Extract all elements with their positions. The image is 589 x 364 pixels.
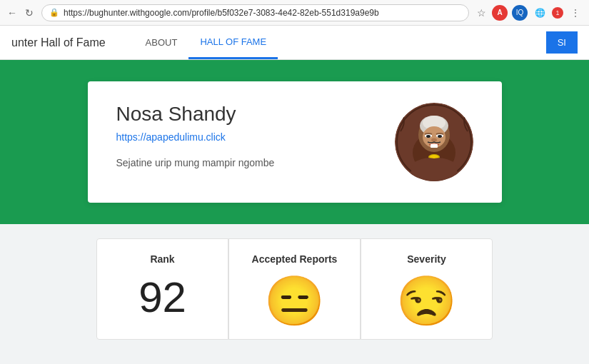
address-bar[interactable]: 🔒 https://bughunter.withgoogle.com/profi…	[41, 4, 469, 21]
sign-in-button[interactable]: SI	[546, 31, 578, 54]
notification-badge[interactable]: 1	[552, 7, 563, 19]
url-text: https://bughunter.withgoogle.com/profile…	[64, 8, 461, 18]
site-header: unter Hall of Fame ABOUT HALL OF FAME SI	[0, 26, 589, 60]
profile-avatar	[395, 103, 473, 181]
site-logo: unter Hall of Fame	[11, 36, 106, 49]
menu-icon[interactable]: ⋮	[568, 5, 583, 21]
profile-url[interactable]: https://apapedulimu.click	[116, 131, 373, 143]
browser-chrome: ← ↻ 🔒 https://bughunter.withgoogle.com/p…	[0, 0, 589, 26]
nav-hall-of-fame[interactable]: HALL OF FAME	[188, 26, 278, 59]
stat-severity-label: Severity	[407, 253, 445, 265]
ext-red-icon[interactable]: A	[492, 5, 508, 21]
profile-bio: Sejatine urip mung mampir ngombe	[116, 157, 373, 168]
stat-card-accepted: Accepted Reports 😑	[228, 238, 361, 340]
svg-point-11	[431, 138, 437, 142]
avatar-image	[395, 103, 473, 181]
svg-point-9	[426, 135, 431, 138]
profile-icon[interactable]: 🌐	[532, 5, 548, 21]
browser-actions: ☆ A IQ 🌐 1 ⋮	[475, 5, 583, 21]
stat-card-rank: Rank 92	[96, 238, 228, 340]
stat-rank-label: Rank	[150, 253, 174, 265]
stat-accepted-emoji: 😑	[264, 276, 325, 325]
back-icon[interactable]: ←	[6, 6, 19, 19]
browser-nav-icons: ← ↻	[6, 6, 36, 19]
profile-name: Nosa Shandy	[116, 103, 373, 126]
stat-accepted-label: Accepted Reports	[252, 253, 338, 265]
stats-section: Rank 92 Accepted Reports 😑 Severity 😒	[0, 224, 589, 354]
svg-rect-12	[431, 144, 438, 148]
green-section: Nosa Shandy https://apapedulimu.click Se…	[0, 60, 589, 224]
stat-rank-value: 92	[139, 276, 186, 319]
stat-card-severity: Severity 😒	[361, 238, 493, 340]
stat-severity-emoji: 😒	[396, 276, 457, 325]
reload-icon[interactable]: ↻	[23, 6, 36, 19]
profile-info: Nosa Shandy https://apapedulimu.click Se…	[116, 103, 373, 168]
svg-point-10	[438, 135, 442, 138]
profile-card: Nosa Shandy https://apapedulimu.click Se…	[88, 81, 502, 203]
lock-icon: 🔒	[49, 8, 59, 17]
ext-blue-icon[interactable]: IQ	[512, 5, 528, 21]
nav-about[interactable]: ABOUT	[134, 26, 189, 59]
nav-links: ABOUT HALL OF FAME	[134, 26, 278, 59]
star-icon[interactable]: ☆	[475, 6, 488, 19]
